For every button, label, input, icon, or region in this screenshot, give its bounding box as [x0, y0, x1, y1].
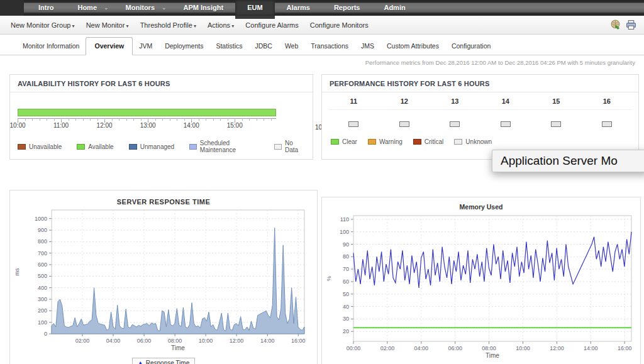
- tab-transactions[interactable]: Transactions: [304, 38, 355, 55]
- svg-text:600: 600: [38, 262, 47, 268]
- new-monitor-group-button[interactable]: New Monitor Group: [5, 21, 80, 29]
- actions-button[interactable]: Actions: [202, 21, 240, 29]
- response-time-legend-box: ▲ Response Time: [132, 358, 195, 364]
- svg-text:40: 40: [343, 304, 349, 310]
- tab-jvm[interactable]: JVM: [133, 38, 158, 55]
- monitor-tab-bar: Monitor Information Overview JVM Deploym…: [0, 35, 644, 55]
- svg-text:%: %: [326, 276, 332, 281]
- svg-text:04:00: 04:00: [414, 345, 429, 351]
- legend-item-unknown: Unknown: [454, 138, 492, 145]
- svg-text:14:00: 14:00: [584, 345, 598, 351]
- svg-text:200: 200: [38, 307, 47, 314]
- availability-panel-body: 10:00 11:00 12:00 13:00 14:00 15:00 100.…: [10, 109, 313, 153]
- response-time-marker-icon: ▲: [138, 360, 143, 364]
- svg-text:02:00: 02:00: [75, 338, 90, 344]
- availability-timeline: 10:00 11:00 12:00 13:00 14:00 15:00: [18, 109, 276, 131]
- no-data-swatch-icon: [274, 144, 282, 150]
- svg-text:0: 0: [44, 331, 47, 337]
- tab-overview[interactable]: Overview: [86, 37, 133, 55]
- clear-swatch-icon: [331, 139, 339, 145]
- svg-text:10:00: 10:00: [516, 345, 530, 351]
- scheduled-maintenance-swatch-icon: [189, 144, 197, 150]
- server-response-time-panel: SERVER RESPONSE TIME 0100200300400500600…: [9, 190, 318, 364]
- availability-history-panel: AVAILABILITY HISTORY FOR LAST 6 HOURS 10…: [9, 74, 313, 160]
- memory-used-panel: Memory Used 203040506070809010011000:000…: [321, 197, 641, 364]
- status-pill[interactable]: [602, 121, 612, 127]
- performance-status-pills: [328, 118, 632, 130]
- svg-text:700: 700: [38, 250, 47, 256]
- threshold-profile-button[interactable]: Threshold Profile: [135, 21, 202, 29]
- svg-text:100: 100: [340, 229, 349, 235]
- availability-legend: Unavailable Available Unmanaged Schedule…: [18, 140, 305, 153]
- tab-web[interactable]: Web: [279, 38, 304, 55]
- svg-text:10:00: 10:00: [199, 338, 213, 344]
- legend-item-unavailable: Unavailable: [18, 143, 62, 150]
- performance-legend: Clear Warning Critical Unknown: [330, 138, 638, 145]
- svg-text:300: 300: [38, 296, 47, 302]
- warning-swatch-icon: [368, 139, 376, 145]
- new-monitor-button[interactable]: New Monitor: [80, 21, 135, 29]
- top-nav: Intro Home ⌄ Monitors ⌄ APM Insight EUM …: [0, 0, 644, 16]
- tab-custom-attributes[interactable]: Custom Attributes: [380, 38, 445, 55]
- svg-text:00:00: 00:00: [347, 345, 361, 351]
- svg-text:16:00: 16:00: [618, 345, 632, 351]
- performance-hour-headers: 11 12 13 14 15 16: [328, 97, 632, 110]
- nav-item-reports[interactable]: Reports: [322, 0, 372, 16]
- svg-text:20: 20: [343, 328, 349, 334]
- print-icon[interactable]: [626, 19, 636, 30]
- monitor-name-tooltip: Application Server Mo: [492, 150, 644, 172]
- svg-text:Time: Time: [486, 352, 499, 359]
- svg-text:ms: ms: [14, 268, 20, 275]
- svg-text:900: 900: [38, 227, 47, 233]
- availability-bar[interactable]: [18, 109, 276, 116]
- svg-text:50: 50: [343, 291, 349, 297]
- nav-item-eum[interactable]: EUM: [235, 0, 274, 16]
- svg-text:800: 800: [38, 238, 47, 245]
- svg-text:08:00: 08:00: [168, 338, 182, 344]
- globe-icon[interactable]: [610, 19, 621, 30]
- configure-monitors-button[interactable]: Configure Monitors: [304, 21, 374, 29]
- legend-item-warning: Warning: [368, 138, 402, 145]
- availability-panel-title: AVAILABILITY HISTORY FOR LAST 6 HOURS: [10, 75, 313, 92]
- nav-item-intro[interactable]: Intro: [26, 0, 65, 16]
- svg-text:80: 80: [343, 253, 349, 260]
- svg-text:02:00: 02:00: [380, 345, 395, 351]
- metrics-granularity-note: Performance metrics from Dec 28,2016 12:…: [365, 59, 635, 66]
- memory-used-chart: 203040506070809010011000:0002:0004:0006:…: [325, 212, 640, 363]
- tab-jdbc[interactable]: JDBC: [248, 38, 278, 55]
- nav-item-monitors[interactable]: Monitors: [114, 0, 167, 16]
- svg-text:06:00: 06:00: [137, 338, 152, 344]
- legend-item-available: Available: [77, 143, 113, 150]
- configure-alarms-button[interactable]: Configure Alarms: [240, 21, 304, 29]
- svg-text:Time: Time: [171, 345, 185, 351]
- critical-swatch-icon: [413, 139, 421, 145]
- nav-item-admin[interactable]: Admin: [372, 0, 417, 16]
- availability-time-labels: 10:00 11:00 12:00 13:00 14:00 15:00: [18, 122, 276, 131]
- status-pill[interactable]: [450, 121, 460, 127]
- legend-item-critical: Critical: [413, 138, 444, 145]
- status-pill[interactable]: [551, 121, 561, 127]
- svg-text:110: 110: [340, 216, 349, 223]
- nav-item-home[interactable]: Home: [65, 0, 109, 16]
- server-response-time-chart: 0100200300400500600700800900100002:0004:…: [13, 207, 317, 355]
- tab-deployments[interactable]: Deployments: [158, 38, 209, 55]
- svg-text:04:00: 04:00: [106, 338, 121, 344]
- tab-jms[interactable]: JMS: [355, 38, 380, 55]
- svg-text:1000: 1000: [35, 216, 47, 222]
- tab-statistics[interactable]: Statistics: [209, 38, 248, 55]
- tab-configuration[interactable]: Configuration: [445, 38, 497, 55]
- status-pill[interactable]: [348, 121, 358, 127]
- svg-text:06:00: 06:00: [448, 345, 462, 351]
- nav-item-alarms[interactable]: Alarms: [275, 0, 322, 16]
- status-pill[interactable]: [501, 121, 511, 127]
- action-toolbar: New Monitor Group New Monitor Threshold …: [0, 16, 644, 35]
- legend-item-unmanaged: Unmanaged: [129, 143, 174, 150]
- svg-text:400: 400: [38, 285, 47, 291]
- svg-text:90: 90: [343, 241, 349, 248]
- nav-item-apm-insight[interactable]: APM Insight: [172, 0, 236, 16]
- status-pill[interactable]: [399, 121, 409, 127]
- svg-text:14:00: 14:00: [260, 338, 275, 344]
- memory-used-title: Memory Used: [322, 203, 640, 211]
- tab-monitor-information[interactable]: Monitor Information: [16, 38, 86, 55]
- toolbar-icons: [610, 19, 636, 30]
